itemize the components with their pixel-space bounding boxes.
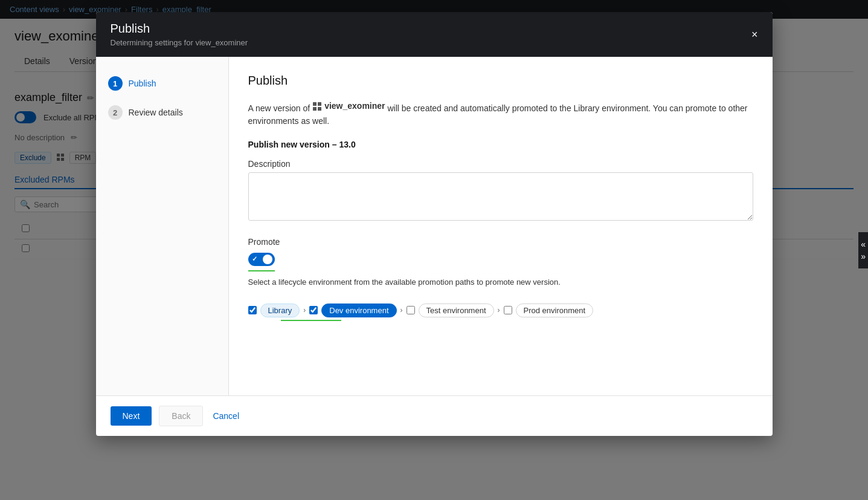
toggle-check-icon: ✓	[252, 255, 257, 263]
test-env[interactable]: Test environment	[419, 304, 494, 317]
lc-arrow-3: ›	[498, 306, 500, 314]
lc-arrow-2: ›	[400, 306, 403, 314]
wizard-step-1: 1 Publish	[106, 71, 219, 96]
step-2-number: 2	[108, 105, 123, 120]
collapse-right-icon: »	[861, 252, 866, 261]
version-label: Publish new version – 13.0	[248, 140, 753, 149]
step-2-label[interactable]: Review details	[129, 108, 183, 117]
cancel-button[interactable]: Cancel	[210, 406, 242, 426]
modal-footer: Next Back Cancel	[96, 395, 773, 436]
lifecycle-path: Library › Dev environment › Test environ…	[248, 304, 753, 317]
modal-overlay: Publish Determining settings for view_ex…	[0, 0, 868, 500]
prod-env-checkbox[interactable]	[504, 306, 512, 314]
back-button[interactable]: Back	[159, 406, 203, 426]
svg-rect-9	[318, 102, 321, 106]
dev-env[interactable]: Dev environment	[321, 304, 396, 317]
modal-close-button[interactable]: ×	[751, 29, 758, 40]
library-env[interactable]: Library	[260, 304, 300, 317]
right-collapse-panel[interactable]: « »	[858, 232, 868, 268]
modal-header: Publish Determining settings for view_ex…	[96, 12, 773, 57]
promote-toggle[interactable]: ✓	[248, 253, 275, 270]
lc-arrow-1: ›	[303, 306, 306, 314]
modal-body: 1 Publish 2 Review details Publish A new…	[96, 57, 773, 395]
publish-info: A new version of view_exominer will be c…	[248, 100, 753, 128]
promote-label: Promote	[248, 237, 753, 247]
step-1-number: 1	[108, 76, 123, 91]
svg-rect-8	[313, 102, 317, 106]
prod-env[interactable]: Prod environment	[516, 304, 594, 317]
promote-section: Promote ✓ Select a lifecycle environment…	[248, 237, 753, 321]
wizard-section-title: Publish	[248, 74, 753, 88]
description-label: Description	[248, 159, 753, 169]
step-1-label[interactable]: Publish	[129, 79, 156, 88]
content-view-name-ref: view_exominer	[312, 100, 385, 112]
next-button[interactable]: Next	[111, 406, 152, 426]
promote-toggle-underline	[248, 270, 275, 271]
wizard-sidebar: 1 Publish 2 Review details	[96, 57, 229, 395]
wizard-step-2: 2 Review details	[106, 100, 219, 125]
modal-subtitle: Determining settings for view_exominer	[111, 38, 248, 47]
wizard-content: Publish A new version of view_exominer w…	[229, 57, 773, 395]
svg-rect-11	[318, 107, 321, 111]
dev-env-underline	[281, 320, 341, 321]
modal-title: Publish	[111, 22, 248, 36]
promote-hint: Select a lifecycle environment from the …	[248, 278, 753, 287]
publish-modal: Publish Determining settings for view_ex…	[96, 12, 773, 436]
library-checkbox[interactable]	[248, 306, 257, 314]
toggle-knob	[263, 255, 272, 264]
test-env-checkbox[interactable]	[407, 306, 415, 314]
collapse-left-icon: «	[861, 239, 866, 249]
description-textarea[interactable]	[248, 172, 753, 221]
dev-env-checkbox[interactable]	[309, 306, 318, 314]
svg-rect-10	[313, 107, 317, 111]
